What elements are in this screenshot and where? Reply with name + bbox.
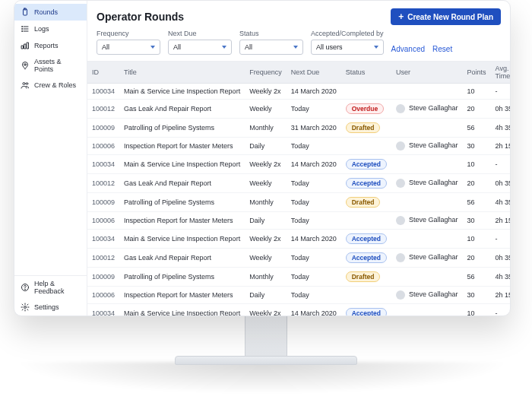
plus-icon: + — [398, 12, 404, 21]
column-header[interactable]: Points — [463, 62, 491, 84]
cell-frequency: Monthly — [245, 119, 287, 138]
filter-status-label: Status — [239, 30, 303, 37]
cell-title: Inspection Report for Master Meters — [119, 138, 245, 155]
cell-status: Drafted — [341, 268, 391, 287]
users-icon — [21, 81, 30, 90]
cell-points: 56 — [463, 268, 491, 287]
sidebar-item-help-feedback[interactable]: Help & Feedback — [14, 276, 87, 299]
cell-next-due: 14 March 2020 — [287, 304, 341, 316]
cell-next-due: Today — [287, 193, 341, 212]
chevron-down-icon — [222, 46, 226, 49]
sidebar-item-crew-roles[interactable]: Crew & Roles — [14, 77, 87, 94]
cell-avg-time: - — [491, 155, 510, 174]
table-row[interactable]: 100034Main & Service Line Inspection Rep… — [87, 155, 510, 174]
cell-next-due: 14 March 2020 — [287, 84, 341, 100]
table-row[interactable]: 100012Gas Leak And Repair ReportWeeklyTo… — [87, 174, 510, 193]
sidebar-item-label: Reports — [34, 42, 59, 49]
filter-frequency-select[interactable]: All — [97, 40, 160, 55]
cell-avg-time: 2h 15m — [491, 287, 510, 304]
column-header[interactable]: Avg. Time — [491, 62, 510, 84]
sidebar-item-logs[interactable]: Logs — [14, 21, 87, 37]
rounds-table-wrapper[interactable]: IDTitleFrequencyNext DueStatusUserPoints… — [87, 61, 510, 316]
page-title: Operator Rounds — [97, 11, 184, 23]
table-row[interactable]: 100009Patrolling of Pipeline SystemsMont… — [87, 119, 510, 138]
status-badge: Drafted — [346, 122, 381, 133]
sidebar-item-rounds[interactable]: Rounds — [14, 4, 87, 21]
sidebar-item-assets-points[interactable]: Assets & Points — [14, 54, 87, 77]
sidebar-item-settings[interactable]: Settings — [14, 299, 87, 316]
cell-avg-time: 2h 15m — [491, 212, 510, 230]
cell-frequency: Weekly 2x — [245, 230, 287, 249]
cell-avg-time: 0h 35m — [491, 100, 510, 119]
gear-icon — [21, 303, 30, 312]
cell-avg-time: - — [491, 304, 510, 316]
sidebar-item-label: Help & Feedback — [34, 280, 81, 295]
column-header[interactable]: ID — [87, 62, 119, 84]
cell-next-due: Today — [287, 212, 341, 230]
cell-next-due: Today — [287, 138, 341, 155]
cell-status: Accepted — [341, 174, 391, 193]
cell-frequency: Monthly — [245, 268, 287, 287]
reset-filters-link[interactable]: Reset — [432, 45, 452, 55]
cell-title: Inspection Report for Master Meters — [119, 212, 245, 230]
cell-user — [391, 84, 463, 100]
create-new-round-plan-button[interactable]: + Create New Round Plan — [391, 8, 501, 25]
table-row[interactable]: 100006Inspection Report for Master Meter… — [87, 212, 510, 230]
table-row[interactable]: 100012Gas Leak And Repair ReportWeeklyTo… — [87, 100, 510, 119]
cell-title: Gas Leak And Repair Report — [119, 249, 245, 268]
column-header[interactable]: Status — [341, 62, 391, 84]
advanced-filters-link[interactable]: Advanced — [391, 45, 425, 55]
cell-title: Main & Service Line Inspection Report — [119, 230, 245, 249]
column-header[interactable]: Next Due — [287, 62, 341, 84]
column-header[interactable]: Title — [119, 62, 245, 84]
chevron-down-icon — [293, 46, 298, 49]
sidebar-item-label: Crew & Roles — [34, 81, 76, 89]
chevron-down-icon — [150, 46, 155, 49]
cell-points: 56 — [463, 119, 491, 138]
table-row[interactable]: 100006Inspection Report for Master Meter… — [87, 287, 510, 304]
filter-nextdue-label: Next Due — [168, 30, 232, 37]
sidebar-item-reports[interactable]: Reports — [14, 37, 87, 54]
status-badge: Drafted — [346, 271, 381, 282]
table-row[interactable]: 100034Main & Service Line Inspection Rep… — [87, 84, 510, 100]
table-row[interactable]: 100009Patrolling of Pipeline SystemsMont… — [87, 193, 510, 212]
cell-id: 100009 — [87, 193, 119, 212]
filter-nextdue-select[interactable]: All — [168, 40, 232, 55]
cell-id: 100012 — [87, 100, 119, 119]
cell-id: 100034 — [87, 230, 119, 249]
cell-title: Patrolling of Pipeline Systems — [119, 119, 245, 138]
table-row[interactable]: 100006Inspection Report for Master Meter… — [87, 138, 510, 155]
cell-user — [391, 155, 463, 174]
column-header[interactable]: User — [391, 62, 463, 84]
cell-user — [391, 268, 463, 287]
svg-rect-8 — [22, 46, 24, 49]
status-badge: Accepted — [346, 178, 387, 189]
table-row[interactable]: 100034Main & Service Line Inspection Rep… — [87, 230, 510, 249]
cell-user: Steve Gallaghar — [391, 287, 463, 304]
cell-id: 100012 — [87, 174, 119, 193]
cell-next-due: 31 March 2020 — [287, 119, 341, 138]
user-name: Steve Gallaghar — [409, 104, 458, 112]
cell-status: Accepted — [341, 304, 391, 316]
chevron-down-icon — [374, 46, 378, 49]
cell-avg-time: 0h 35m — [491, 249, 510, 268]
filter-user-select[interactable]: All users — [311, 40, 384, 55]
filter-frequency-label: Frequency — [97, 30, 160, 37]
table-row[interactable]: 100009Patrolling of Pipeline SystemsMont… — [87, 268, 510, 287]
cell-status — [341, 84, 391, 100]
cell-frequency: Weekly 2x — [245, 304, 287, 316]
svg-point-13 — [26, 83, 28, 85]
cell-user: Steve Gallaghar — [391, 174, 463, 193]
filter-bar: Frequency All Next Due All — [87, 30, 510, 61]
column-header[interactable]: Frequency — [245, 62, 287, 84]
table-row[interactable]: 100034Main & Service Line Inspection Rep… — [87, 304, 510, 316]
status-badge: Accepted — [346, 252, 387, 263]
filter-user-value: All users — [316, 43, 343, 51]
svg-point-16 — [24, 306, 27, 309]
cell-avg-time: 4h 35m — [491, 193, 510, 212]
svg-point-11 — [24, 64, 27, 66]
svg-point-6 — [22, 29, 23, 30]
table-row[interactable]: 100012Gas Leak And Repair ReportWeeklyTo… — [87, 249, 510, 268]
filter-status-select[interactable]: All — [239, 40, 303, 55]
cell-points: 10 — [463, 230, 491, 249]
